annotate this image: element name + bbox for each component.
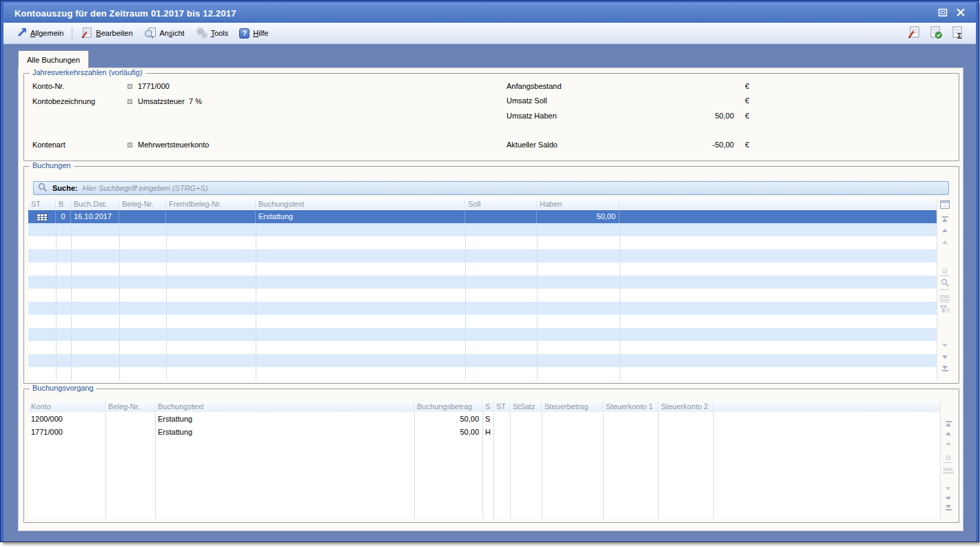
menu-allgemein[interactable]: Allgemein (10, 25, 69, 41)
search-placeholder: Hier Suchbegriff eingeben (STRG+S) (83, 184, 208, 192)
column-chooser-icon[interactable] (938, 200, 952, 209)
column-header[interactable]: S (482, 401, 493, 412)
column-header[interactable]: Buchungstext (256, 198, 465, 209)
menu-label: Ansicht (160, 29, 185, 37)
vorgang-row[interactable]: 1200/000 Erstattung 50,00 S (28, 413, 939, 426)
line-down-icon[interactable] (938, 341, 952, 350)
field-value: 50,00 (644, 112, 734, 120)
restore-button[interactable] (937, 8, 948, 19)
scroll-bottom-icon[interactable] (941, 504, 955, 513)
currency-symbol: € (734, 96, 749, 105)
field-value: -50,00 (644, 141, 734, 149)
filter-icon[interactable] (938, 305, 952, 313)
gears-icon (196, 27, 207, 40)
column-header[interactable]: Steuerbetrag (542, 401, 603, 412)
application-window: Kontoauszug für den Zeitraum 01.2017 bis… (0, 0, 980, 547)
document-magnifier-icon (144, 27, 156, 40)
steuerbetrag-cell (542, 413, 603, 426)
column-header[interactable]: Buch.Dat. (71, 198, 119, 209)
column-header[interactable]: Soll (465, 198, 537, 209)
column-header[interactable]: Konto (28, 401, 105, 412)
search-bar[interactable]: Suche: Hier Suchbegriff eingeben (STRG+S… (33, 181, 949, 195)
booking-row-selected[interactable]: 0 16.10.2017 Erstattung 50,00 (28, 210, 937, 223)
st-cell (493, 426, 510, 439)
vorgang-row[interactable]: 1771/000 Erstattung 50,00 H (28, 426, 939, 439)
column-header[interactable]: Haben (537, 198, 620, 209)
vorgang-groupbox: Buchungsvorgang Konto Beleg-Nr. Buchungs… (23, 389, 959, 523)
column-header[interactable]: StSatz (510, 401, 542, 412)
sh-cell: S (482, 413, 493, 426)
beleg-cell (105, 413, 155, 426)
column-header[interactable]: Buchungsbetrag (414, 401, 482, 412)
document-pen-icon[interactable] (907, 25, 921, 41)
haben-cell: 50,00 (537, 210, 620, 223)
search-icon (38, 183, 48, 194)
svg-text:Σ: Σ (957, 32, 962, 40)
field-value: Mehrwertsteuerkonto (138, 141, 209, 149)
scroll-top-icon[interactable] (938, 214, 952, 223)
page-down-icon[interactable] (938, 353, 952, 362)
storno-cell (28, 210, 56, 223)
steuerkonto2-cell (658, 426, 713, 439)
column-header[interactable]: Steuerkonto 1 (603, 401, 658, 412)
xml-export-icon[interactable]: XML (938, 292, 952, 301)
line-down-icon[interactable] (941, 484, 955, 493)
fit-columns-icon[interactable]: (|) (938, 266, 952, 275)
vorgang-table-body[interactable]: 1200/000 Erstattung 50,00 S (28, 413, 939, 519)
menu-hilfe[interactable]: ? Hilfe (234, 26, 274, 41)
close-icon (957, 8, 965, 18)
summary-legend: Jahresverkehrszahlen (vorläufig) (30, 68, 145, 76)
line-up-icon[interactable] (938, 238, 952, 247)
menu-bearbeiten[interactable]: Bearbeiten (75, 25, 138, 42)
page-down-icon[interactable] (941, 494, 955, 503)
line-up-icon[interactable] (941, 439, 955, 448)
column-header[interactable]: Beleg-Nr. (119, 198, 166, 209)
stsatz-cell (510, 426, 542, 439)
zoom-icon[interactable] (938, 278, 952, 287)
document-sum-icon[interactable]: Σ (951, 25, 965, 41)
column-header[interactable]: Beleg-Nr. (105, 401, 155, 412)
fit-columns-icon[interactable]: (|) (941, 453, 955, 462)
column-header[interactable]: ST (493, 401, 510, 412)
vorgang-side-toolbar: (|) XML (941, 413, 957, 519)
column-header[interactable]: Fremdbeleg-Nr. (166, 198, 256, 209)
bookings-empty-rows[interactable] (28, 223, 937, 380)
field-value: Umsatzsteuer 7 % (138, 97, 202, 105)
vorgang-legend: Buchungsvorgang (30, 384, 96, 392)
column-header[interactable]: ST (28, 198, 56, 209)
currency-symbol: € (734, 112, 749, 120)
date-cell: 16.10.2017 (71, 210, 119, 223)
page-up-icon[interactable] (938, 226, 952, 235)
beleg-cell (119, 210, 166, 223)
toolbar-separator (940, 276, 949, 276)
scroll-bottom-icon[interactable] (938, 364, 952, 373)
document-check-icon[interactable] (929, 25, 943, 41)
filler-cell (620, 210, 937, 223)
field-label: Anfangsbestand (507, 82, 644, 90)
steuerkonto1-cell (603, 426, 658, 439)
bookings-header-row: ST B Buch.Dat. Beleg-Nr. Fremdbeleg-Nr. … (28, 198, 937, 210)
bullet-icon (127, 143, 132, 147)
bookings-side-toolbar: (|) XML (938, 198, 953, 384)
bullet-icon (127, 84, 132, 89)
column-header[interactable]: B (56, 198, 71, 209)
xml-export-icon[interactable]: XML (941, 465, 955, 474)
text-cell: Erstattung (155, 413, 414, 426)
b-cell: 0 (56, 210, 71, 223)
scroll-top-icon[interactable] (941, 419, 955, 428)
titlebar[interactable]: Kontoauszug für den Zeitraum 01.2017 bis… (3, 3, 976, 23)
column-header[interactable]: Buchungstext (155, 401, 414, 412)
konto-cell: 1200/000 (28, 413, 105, 426)
menu-label: Allgemein (30, 29, 63, 37)
menu-tools[interactable]: Tools (190, 25, 234, 42)
page-up-icon[interactable] (941, 429, 955, 438)
stsatz-cell (510, 413, 542, 426)
close-button[interactable] (955, 8, 966, 19)
menu-ansicht[interactable]: Ansicht (139, 25, 190, 42)
tab-alle-buchungen[interactable]: Alle Buchungen (18, 50, 89, 68)
konto-cell: 1771/000 (28, 426, 105, 439)
bookings-legend: Buchungen (30, 161, 74, 169)
content-area: Alle Buchungen Jahresverkehrszahlen (vor… (3, 44, 976, 541)
st-cell (493, 413, 510, 426)
column-header[interactable]: Steuerkonto 2 (658, 401, 713, 412)
